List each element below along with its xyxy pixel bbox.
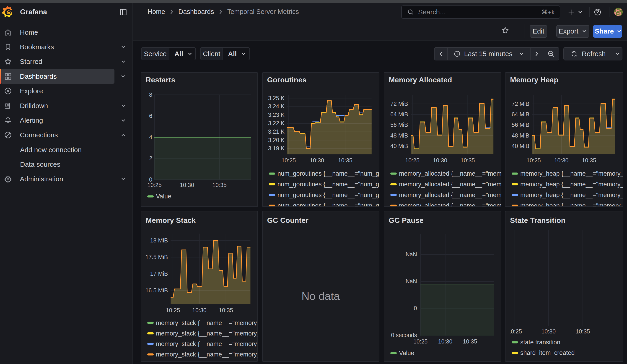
svg-text:10:35: 10:35: [219, 307, 233, 313]
svg-text:3.19 K: 3.19 K: [268, 145, 285, 152]
svg-text:memory_heap {__name__="memory_: memory_heap {__name__="memory_h: [520, 170, 623, 177]
svg-text:10:30: 10:30: [433, 157, 447, 163]
svg-text:num_goroutines {__name__="num_: num_goroutines {__name__="num_go: [277, 202, 379, 207]
svg-text:memory_stack {__name__="memory: memory_stack {__name__="memory_s: [156, 319, 258, 326]
svg-text:17 MiB: 17 MiB: [150, 270, 168, 277]
svg-text:10:35: 10:35: [576, 328, 590, 335]
svg-text:3.20 K: 3.20 K: [268, 137, 285, 143]
svg-text:3.22 K: 3.22 K: [268, 120, 285, 126]
svg-text:8: 8: [149, 92, 152, 98]
svg-text:3.25 K: 3.25 K: [268, 95, 285, 101]
svg-text:memory_allocated {__name__="me: memory_allocated {__name__="memo: [399, 202, 501, 207]
svg-text:10:35: 10:35: [463, 338, 477, 345]
svg-text:memory_stack {__name__="memory: memory_stack {__name__="memory_s: [156, 341, 258, 347]
svg-text:3.24 K: 3.24 K: [268, 103, 285, 109]
svg-text:10:25: 10:25: [166, 307, 180, 313]
svg-text:10:35: 10:35: [582, 157, 596, 163]
svg-text:10:30: 10:30: [180, 182, 194, 188]
svg-text:memory_allocated {__name__="me: memory_allocated {__name__="memo: [399, 192, 501, 199]
svg-text:0: 0: [414, 305, 417, 311]
svg-text:10:30: 10:30: [192, 307, 207, 313]
svg-text:64 MiB: 64 MiB: [390, 111, 408, 117]
svg-text:10:30: 10:30: [541, 328, 556, 335]
svg-text:10:25: 10:25: [405, 157, 419, 163]
svg-text:6: 6: [149, 113, 152, 119]
svg-text:10:35: 10:35: [212, 182, 227, 188]
svg-text:48 MiB: 48 MiB: [512, 132, 529, 139]
svg-text:64 MiB: 64 MiB: [512, 111, 529, 117]
svg-text:2: 2: [149, 155, 152, 161]
svg-text:num_goroutines {__name__="num_: num_goroutines {__name__="num_go: [277, 181, 379, 188]
svg-text:shard_item_created: shard_item_created: [520, 349, 575, 356]
svg-text:10:25: 10:25: [508, 328, 522, 335]
svg-text:NaN: NaN: [406, 278, 417, 284]
svg-text:3.23 K: 3.23 K: [268, 111, 285, 118]
svg-text:40 MiB: 40 MiB: [390, 143, 408, 149]
svg-text:17.5 MiB: 17.5 MiB: [146, 254, 168, 260]
svg-text:72 MiB: 72 MiB: [512, 101, 529, 107]
svg-text:memory_heap {__name__="memory_: memory_heap {__name__="memory_h: [520, 181, 623, 188]
svg-text:10:30: 10:30: [438, 338, 453, 345]
svg-text:72 MiB: 72 MiB: [390, 101, 408, 107]
svg-text:10:35: 10:35: [461, 157, 475, 163]
svg-text:NaN: NaN: [406, 251, 417, 258]
svg-text:4: 4: [149, 134, 152, 140]
svg-text:memory_stack {__name__="memory: memory_stack {__name__="memory_s: [156, 351, 258, 358]
svg-text:memory_heap {__name__="memory_: memory_heap {__name__="memory_h: [520, 202, 623, 207]
svg-text:Value: Value: [399, 350, 414, 357]
svg-text:Value: Value: [156, 193, 171, 200]
svg-text:10:35: 10:35: [338, 157, 352, 163]
svg-text:56 MiB: 56 MiB: [390, 122, 408, 128]
svg-text:memory_stack {__name__="memory: memory_stack {__name__="memory_s: [156, 330, 258, 337]
svg-text:56 MiB: 56 MiB: [512, 122, 529, 128]
svg-text:10:30: 10:30: [554, 157, 569, 163]
svg-text:10:25: 10:25: [413, 338, 428, 345]
svg-text:memory_allocated {__name__="me: memory_allocated {__name__="memo: [399, 181, 501, 188]
svg-text:3.21 K: 3.21 K: [268, 128, 285, 135]
svg-text:memory_allocated {__name__="me: memory_allocated {__name__="memo: [399, 170, 501, 177]
svg-text:10:30: 10:30: [310, 157, 324, 163]
svg-text:48 MiB: 48 MiB: [390, 132, 408, 139]
svg-text:num_goroutines {__name__="num_: num_goroutines {__name__="num_go: [277, 192, 379, 199]
svg-text:memory_heap {__name__="memory_: memory_heap {__name__="memory_h: [520, 192, 623, 199]
svg-text:num_goroutines {__name__="num_: num_goroutines {__name__="num_go: [277, 170, 379, 177]
svg-text:10:25: 10:25: [281, 157, 296, 163]
svg-text:10:25: 10:25: [526, 157, 541, 163]
svg-text:0 seconds: 0 seconds: [391, 332, 417, 338]
svg-text:10:25: 10:25: [147, 182, 162, 188]
svg-text:state transition: state transition: [520, 339, 560, 346]
svg-text:18 MiB: 18 MiB: [150, 237, 168, 244]
svg-text:16.5 MiB: 16.5 MiB: [146, 287, 168, 294]
svg-text:40 MiB: 40 MiB: [512, 143, 529, 149]
